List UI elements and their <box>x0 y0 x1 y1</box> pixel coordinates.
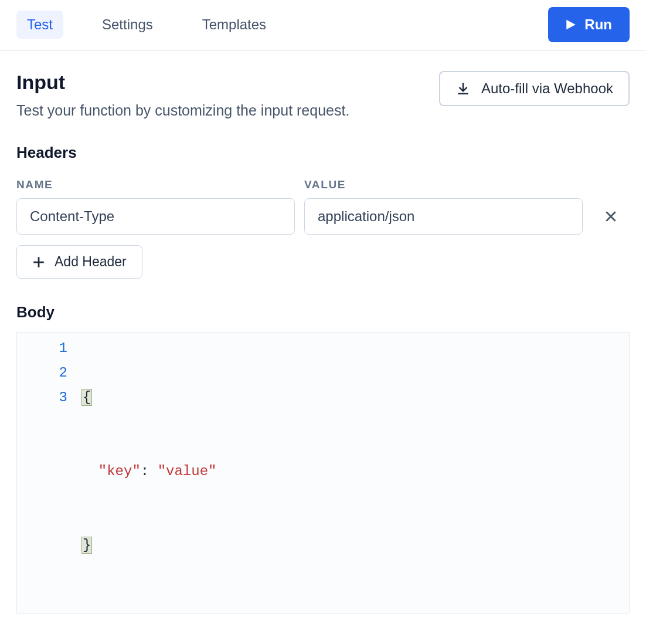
title-row: Input Test your function by customizing … <box>16 71 630 119</box>
tab-list: Test Settings Templates <box>16 11 277 39</box>
tab-templates[interactable]: Templates <box>192 11 277 39</box>
tab-settings[interactable]: Settings <box>91 11 164 39</box>
remove-header-button[interactable] <box>592 204 630 229</box>
add-header-button[interactable]: Add Header <box>16 245 142 279</box>
header-row <box>16 198 630 235</box>
body-editor[interactable]: 1 2 3 { "key": "value" } <box>16 332 630 614</box>
code-line: { <box>81 385 623 410</box>
tab-test[interactable]: Test <box>16 11 63 39</box>
add-header-label: Add Header <box>55 254 127 270</box>
header-col-name: NAME <box>16 178 295 191</box>
autofill-webhook-button[interactable]: Auto-fill via Webhook <box>439 71 630 106</box>
body-heading: Body <box>16 303 630 321</box>
header-column-labels: NAME VALUE <box>16 178 630 191</box>
line-number: 3 <box>17 385 67 410</box>
download-icon <box>455 81 471 96</box>
line-number: 1 <box>17 336 67 361</box>
header-value-input[interactable] <box>304 198 583 235</box>
header-name-input[interactable] <box>16 198 295 235</box>
run-button[interactable]: Run <box>548 7 630 42</box>
line-number: 2 <box>17 361 67 385</box>
code-line: "key": "value" <box>81 459 623 484</box>
top-bar: Test Settings Templates Run <box>0 0 646 51</box>
main-panel: Input Test your function by customizing … <box>0 51 646 614</box>
run-button-label: Run <box>584 16 612 33</box>
plus-icon <box>32 256 45 269</box>
code-line: } <box>81 533 623 558</box>
close-icon <box>604 210 617 223</box>
header-col-spacer <box>592 178 630 191</box>
editor-code[interactable]: { "key": "value" } <box>76 333 629 613</box>
autofill-button-label: Auto-fill via Webhook <box>481 80 613 97</box>
headers-heading: Headers <box>16 144 630 162</box>
header-col-value: VALUE <box>304 178 583 191</box>
play-icon <box>566 19 576 30</box>
page-subtitle: Test your function by customizing the in… <box>16 102 349 119</box>
editor-gutter: 1 2 3 <box>17 333 76 613</box>
page-title: Input <box>16 71 349 94</box>
